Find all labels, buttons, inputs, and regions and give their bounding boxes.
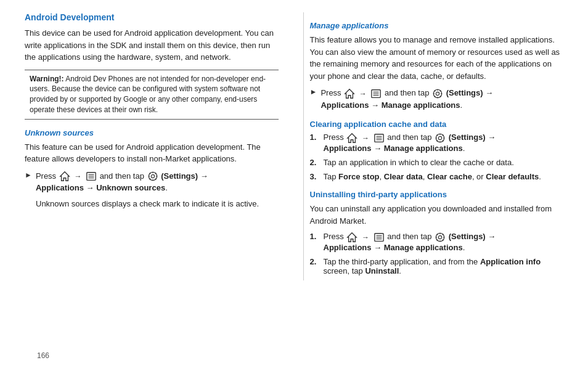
home-icon-2 (344, 88, 355, 99)
svg-point-5 (151, 175, 154, 178)
arrow-applications-1: → (86, 183, 97, 192)
intro-text: This device can be used for Android appl… (25, 27, 279, 63)
settings-icon (147, 171, 158, 182)
settings-icon-2 (432, 88, 443, 99)
page-number: 166 (37, 351, 49, 360)
num-3: 3. (310, 172, 319, 181)
nav-applications-3: Applications (324, 144, 372, 153)
num-4: 1. (310, 232, 319, 241)
target-manage-clearing: Manage applications (384, 144, 463, 153)
uninstalling-steps-list: 1. Press → and then ta (310, 232, 564, 276)
period3: . (463, 144, 465, 153)
arrow-r2: → (359, 88, 367, 99)
svg-marker-30 (348, 134, 356, 142)
settings-icon-4 (435, 232, 446, 243)
bullet-arrow: ► (25, 171, 32, 179)
num-2: 2. (310, 158, 319, 167)
arrow-uninstall: → (374, 243, 384, 252)
step-press-label: Press (36, 171, 56, 181)
uninstalling-step-2-text: Tap the third-party application, and fro… (324, 257, 564, 276)
warning-label: Warning!: (30, 75, 64, 83)
period4: . (463, 243, 465, 252)
uninstalling-step-2: 2. Tap the third-party application, and … (310, 257, 564, 276)
settings-paren-4: (Settings) → (449, 232, 496, 242)
num-5: 2. (310, 257, 319, 266)
uninstalling-step-1-content: Press → and then tap (324, 232, 496, 252)
unknown-sources-body: This feature can be used for Android app… (25, 141, 279, 165)
arrow-clearing: → (374, 144, 384, 153)
num-1: 1. (310, 133, 319, 142)
menu-icon (86, 171, 97, 182)
and-then-tap-2: and then tap (385, 88, 431, 97)
bullet-arrow-2: ► (310, 88, 317, 96)
svg-marker-15 (345, 89, 354, 97)
period1: . (165, 183, 168, 192)
unknown-sources-title: Unknown sources (25, 128, 279, 137)
manage-apps-step: ► Press → and then tap (310, 87, 564, 111)
manage-step-content: Press → and then tap (321, 87, 493, 111)
nav-applications-1: Applications (36, 183, 84, 192)
target-manage-apps: Manage applications (382, 100, 460, 110)
clearing-step-3: 3. Tap Force stop, Clear data, Clear cac… (310, 172, 564, 181)
press-label-2: Press (321, 88, 343, 97)
main-title: Android Development (25, 12, 279, 22)
right-column: Manage applications This feature allows … (303, 12, 570, 280)
svg-marker-0 (60, 172, 69, 181)
press-3: Press (324, 133, 346, 142)
svg-marker-45 (348, 233, 356, 242)
home-icon (59, 171, 70, 182)
two-column-layout: Android Development This device can be u… (18, 12, 570, 280)
svg-point-50 (438, 235, 441, 239)
uninstalling-title: Uninstalling third-party applications (310, 190, 564, 199)
warning-box: Warning!: Android Dev Phones are not int… (25, 70, 279, 120)
settings-paren: (Settings) → (161, 171, 208, 181)
clearing-steps-list: 1. Press → and then ta (310, 133, 564, 181)
manage-apps-title: Manage applications (310, 21, 564, 30)
target-manage-uninstall: Manage applications (384, 243, 463, 252)
clearing-step-2: 2. Tap an application in which to clear … (310, 158, 564, 167)
clearing-step-1-content: Press → and then tap (324, 133, 496, 153)
settings-paren-3: (Settings) → (449, 133, 496, 142)
target-unknown-sources: Unknown sources (96, 183, 165, 192)
clearing-step-3-text: Tap Force stop, Clear data, Clear cache,… (324, 172, 541, 181)
nav-applications-2: Applications (321, 100, 369, 110)
home-icon-4 (346, 232, 357, 243)
settings-paren-2: (Settings) → (446, 88, 494, 97)
clearing-step-2-text: Tap an application in which to clear the… (324, 158, 514, 167)
press-4: Press (324, 232, 346, 242)
arrow-r3: → (362, 134, 369, 142)
unknown-sources-followup: Unknown sources displays a check mark to… (36, 198, 279, 210)
home-icon-3 (346, 133, 357, 144)
svg-point-20 (436, 92, 439, 95)
arrow-r4: → (362, 233, 369, 242)
arrow-manage: → (371, 100, 382, 110)
menu-icon-4 (374, 232, 385, 243)
menu-icon-3 (374, 133, 385, 144)
step-content: Press → and then tap (36, 170, 208, 194)
menu-icon-2 (370, 88, 382, 99)
clearing-title: Clearing application cache and data (310, 120, 564, 129)
warning-text: Android Dev Phones are not intended for … (30, 75, 266, 114)
clearing-step-1: 1. Press → and then ta (310, 133, 564, 153)
nav-applications-4: Applications (324, 243, 372, 252)
page-wrapper: Android Development This device can be u… (18, 12, 570, 370)
settings-icon-3 (435, 133, 446, 144)
unknown-sources-step: ► Press → and then tap (25, 170, 279, 194)
svg-point-35 (438, 136, 441, 139)
uninstalling-body: You can uninstall any application you do… (310, 203, 564, 227)
and-then-tap-3: and then tap (387, 133, 434, 142)
left-column: Android Development This device can be u… (18, 12, 285, 280)
uninstalling-step-1: 1. Press → and then ta (310, 232, 564, 252)
and-then-tap-4: and then tap (387, 232, 434, 242)
manage-apps-body: This feature allows you to manage and re… (310, 34, 564, 82)
arrow1: → (74, 171, 81, 182)
period2: . (460, 100, 463, 110)
and-then-tap: and then tap (100, 171, 147, 181)
